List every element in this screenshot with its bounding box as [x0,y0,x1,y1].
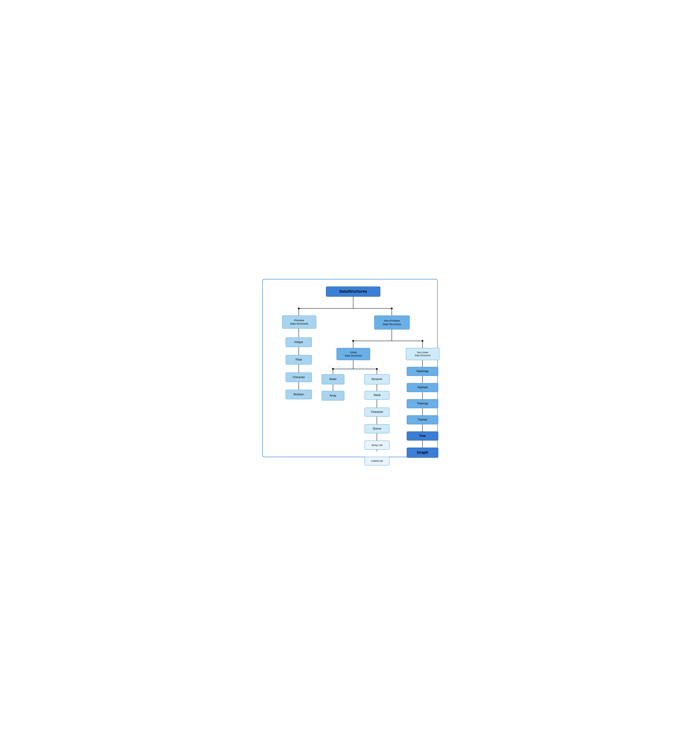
svg-point-28 [298,307,300,309]
node-boolean: Boolean [285,390,312,399]
node-root: DataStructures [326,286,380,297]
node-float: Float [285,355,312,364]
svg-point-29 [391,307,393,309]
svg-point-31 [422,340,424,342]
node-integer: Integer [285,337,312,347]
svg-point-33 [376,368,378,370]
node-character-dynamic: Character [365,408,390,417]
node-linear: Linear Data Structures [337,348,370,360]
node-static: Static [322,374,344,384]
node-non-primitive: Non-Primitive Data Structures [374,316,410,329]
node-primitive: Primitive Data Structures [282,316,316,329]
node-array: Array [322,391,344,401]
node-hashmap: Hashmap [407,367,438,376]
node-queue: Queue [365,424,390,433]
node-treeset: Treeset [407,415,438,425]
node-stack: Stack [365,391,390,400]
node-treemap: Treemap [407,399,438,408]
tree-container: DataStructures Primitive Data Structures… [266,285,434,451]
outer-border: ScholarHat [262,279,438,457]
node-tree: Tree [407,432,438,441]
svg-point-30 [352,340,354,342]
svg-point-32 [332,368,334,370]
node-dynamic: Dynamic [364,374,390,384]
node-array-list: Array List [365,441,390,450]
node-linked-list: Linked List [365,457,390,466]
node-non-linear: Non-Linear Data Structures [406,348,440,360]
node-graph: Graph [407,448,438,458]
node-character-primitive: Character [285,372,312,382]
node-hashset: Hashset [407,383,438,392]
